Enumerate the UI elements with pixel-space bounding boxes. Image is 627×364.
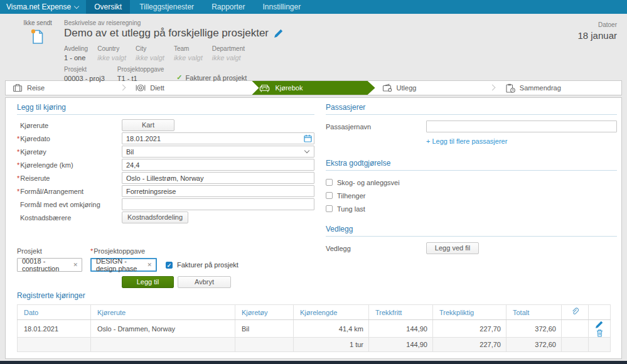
checkbox-label: Skog- og anleggsvei (337, 179, 400, 186)
nav-item-oversikt[interactable]: Oversikt (86, 0, 130, 14)
checkbox-unchecked[interactable] (326, 205, 333, 212)
edit-title-pencil-icon[interactable] (274, 29, 283, 38)
invoice-flag-label: Fakturer på prosjekt (186, 74, 247, 82)
cell-kjoretoy: Bil (235, 320, 294, 338)
col-totalt[interactable]: Totalt (506, 305, 562, 320)
formal-label: Formål/Arrangement (17, 188, 122, 195)
checkbox-label: Tilhenger (337, 192, 365, 200)
add-button[interactable]: Legg til (122, 276, 174, 288)
reiserute-input[interactable] (122, 172, 314, 184)
kostnadsbarere-label: Kostnadsbærere (17, 214, 122, 222)
invoice-checkbox-label: Fakturer på prosjekt (177, 261, 238, 269)
cell-lengde: 41,4 km (294, 320, 369, 338)
tab-sammendrag-label: Sammendrag (520, 84, 561, 92)
dates-block: Datoer 18 januar (577, 21, 617, 41)
page-title: Demo av et utlegg på forskjellige prosje… (64, 27, 269, 40)
plate-icon (136, 83, 146, 92)
remove-project-icon[interactable]: ✕ (73, 262, 78, 268)
nav-item-innstillinger[interactable]: Innstillinger (255, 0, 309, 14)
kjorebok-panel: Legg til kjøring Kjørerute Kart Kjøredat… (5, 97, 622, 359)
kart-button[interactable]: Kart (122, 119, 174, 131)
kjoredato-label: Kjøredato (17, 135, 122, 142)
car-icon (259, 83, 271, 93)
add-passengers-link[interactable]: + Legg til flere passasjerer (426, 137, 507, 145)
attach-file-button[interactable]: Legg ved fil (426, 242, 479, 254)
tab-utlegg[interactable]: Utlegg (375, 81, 498, 95)
checkbox-checked[interactable]: ✓ (166, 262, 173, 269)
vehicle-select[interactable]: Bil (122, 146, 314, 158)
registered-drives: Registrerte kjøringer Dato Kjørerute Kjø… (17, 291, 611, 352)
passenger-name-input[interactable] (426, 120, 617, 132)
col-actions (589, 305, 611, 320)
app-brand-menu[interactable]: Visma.net Expense (0, 0, 85, 14)
reiserute-label: Reiserute (17, 174, 122, 182)
window-bottom-edge (0, 361, 627, 364)
meta-prosjektoppgave: Prosjektoppgave T1 - t1 (117, 66, 164, 82)
delete-row-trash-icon[interactable] (596, 329, 603, 337)
checkbox-row-tunglast[interactable]: Tung last (326, 205, 617, 213)
suitcase-icon (13, 83, 23, 92)
tab-diett[interactable]: Diett (129, 81, 252, 95)
checkbox-row-skog[interactable]: Skog- og anleggsvei (326, 178, 617, 186)
tab-reise[interactable]: Reise (6, 81, 129, 95)
cell-dato: 18.01.2021 (18, 320, 91, 338)
footer-turer: 1 tur (294, 338, 369, 352)
meta-prosjekt: Prosjekt 00003 - proj3 (64, 66, 105, 82)
kjorelengde-label: Kjørelengde (km) (17, 161, 122, 169)
checkbox-row-tilhenger[interactable]: Tilhenger (326, 191, 617, 200)
edit-row-pencil-icon[interactable] (595, 321, 603, 329)
project-tag-value: 00018 - construction (22, 257, 68, 272)
drives-table-title: Registrerte kjøringer (17, 291, 611, 304)
attachments-section-title: Vedlegg (326, 225, 617, 237)
vehicle-select-value: Bil (126, 148, 134, 156)
formal-input[interactable] (122, 185, 314, 197)
cell-attachment (562, 320, 589, 338)
calendar-icon[interactable] (304, 134, 312, 142)
wallet-icon (382, 83, 392, 92)
cell-actions (589, 320, 611, 338)
invoice-checkbox-row[interactable]: ✓ Fakturer på prosjekt (166, 261, 238, 269)
col-kjorelengde[interactable]: Kjørelengde (294, 305, 369, 320)
description-label: Beskrivelse av reiseregning (64, 19, 618, 26)
passenger-name-label: Passasjernavn (326, 123, 426, 131)
project-tag[interactable]: 00018 - construction ✕ (17, 258, 82, 272)
col-kjorerute[interactable]: Kjørerute (91, 305, 235, 320)
kjorelengde-input[interactable] (122, 159, 314, 171)
chevron-down-icon (74, 3, 79, 8)
cancel-button[interactable]: Avbryt (178, 276, 231, 288)
table-footer-row: 1 tur 144,90 227,70 372,60 (18, 338, 611, 352)
checkbox-unchecked[interactable] (326, 179, 333, 186)
kjoretoy-label: Kjøretøy (17, 148, 122, 156)
kostnadsfordeling-button[interactable]: Kostnadsfordeling (122, 211, 188, 223)
header-project-row: Prosjekt 00003 - proj3 Prosjektoppgave T… (64, 66, 618, 82)
summary-clipboard-icon (505, 83, 515, 93)
table-header-row: Dato Kjørerute Kjøretøy Kjørelengde Trek… (18, 305, 611, 320)
meta-city: City ikke valgt (136, 45, 164, 62)
wizard-tabbar: Reise Diett Kjørebok Utlegg (5, 80, 622, 95)
footer-trekkfritt: 144,90 (369, 338, 433, 352)
passengers-section-title: Passasjerer (326, 103, 617, 115)
footer-totalt: 372,60 (506, 338, 562, 352)
tab-sammendrag[interactable]: Sammendrag (498, 81, 621, 95)
kjoredato-input[interactable] (122, 132, 314, 144)
right-column: Passasjerer Passasjernavn + Legg til fle… (326, 103, 617, 255)
col-trekkfritt[interactable]: Trekkfritt (369, 305, 433, 320)
col-kjoretoy[interactable]: Kjøretøy (235, 305, 294, 320)
task-tag[interactable]: DESIGN - design phase ✕ (90, 258, 157, 272)
col-dato[interactable]: Dato (18, 305, 91, 320)
dates-value: 18 januar (577, 30, 617, 41)
col-attachments (562, 305, 589, 320)
tab-kjorebok[interactable]: Kjørebok (252, 81, 375, 95)
task-group: Prosjektoppgave DESIGN - design phase ✕ (90, 247, 157, 272)
task-tag-value: DESIGN - design phase (96, 257, 142, 272)
omkjoring-input[interactable] (122, 198, 314, 210)
col-trekkpliktig[interactable]: Trekkpliktig (433, 305, 506, 320)
nav-item-rapporter[interactable]: Rapporter (203, 0, 253, 14)
nav-item-tilleggstjenester[interactable]: Tilleggstjenester (131, 0, 202, 14)
tab-utlegg-label: Utlegg (397, 84, 417, 92)
header-meta-row: Avdeling 1 - one Country ikke valgt City… (64, 45, 618, 62)
checkbox-unchecked[interactable] (326, 192, 333, 199)
cell-trekkpliktig: 227,70 (433, 320, 506, 338)
tab-separator-icon (120, 85, 126, 91)
remove-task-icon[interactable]: ✕ (147, 262, 152, 268)
